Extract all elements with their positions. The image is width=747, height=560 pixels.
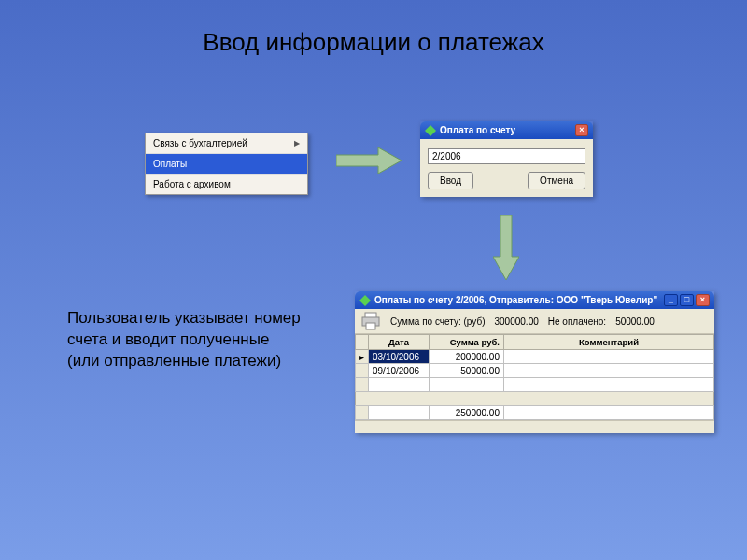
cell-comment[interactable]	[504, 364, 714, 378]
payments-grid[interactable]: Дата Сумма руб. Комментарий ▸ 03/10/2006…	[355, 334, 714, 420]
total-amount: 250000.00	[430, 406, 504, 420]
svg-marker-2	[493, 215, 519, 280]
svg-marker-3	[359, 295, 371, 306]
table-total-row: 250000.00	[356, 406, 714, 420]
slide-title: Ввод информации о платежах	[0, 28, 747, 57]
payment-input-dialog: Оплата по счету × Ввод Отмена	[420, 121, 593, 197]
context-menu: Связь с бухгалтерией ▶ Оплаты Работа с а…	[145, 133, 308, 195]
menu-item-label: Оплаты	[153, 159, 187, 169]
cell-comment[interactable]	[504, 350, 714, 364]
table-row[interactable]: ▸ 03/10/2006 200000.00	[356, 350, 714, 364]
print-icon[interactable]	[360, 312, 381, 330]
flow-arrow-right-icon	[336, 147, 402, 177]
row-indicator-icon: ▸	[356, 350, 369, 364]
dialog-title: Оплаты по счету 2/2006, Отправитель: ООО…	[374, 295, 657, 305]
submenu-arrow-icon: ▶	[294, 139, 300, 147]
column-header-date[interactable]: Дата	[369, 335, 430, 350]
dialog-toolbar: Сумма по счету: (руб) 300000.00 Не оплач…	[355, 309, 714, 334]
dialog-title: Оплата по счету	[440, 125, 515, 135]
column-header-amount[interactable]: Сумма руб.	[430, 335, 504, 350]
menu-item-payments[interactable]: Оплаты	[146, 154, 307, 175]
cell-amount[interactable]: 200000.00	[430, 350, 504, 364]
menu-item-label: Работа с архивом	[153, 179, 231, 189]
table-row[interactable]: 09/10/2006 50000.00	[356, 364, 714, 378]
close-icon[interactable]: ×	[696, 294, 710, 306]
cell-date[interactable]: 03/10/2006	[369, 350, 430, 364]
minimize-icon[interactable]: _	[664, 294, 678, 306]
svg-marker-0	[336, 147, 402, 174]
svg-marker-1	[425, 125, 436, 136]
payments-list-dialog: Оплаты по счету 2/2006, Отправитель: ООО…	[355, 291, 714, 433]
grid-gap	[356, 392, 714, 406]
dialog-titlebar: Оплаты по счету 2/2006, Отправитель: ООО…	[355, 291, 714, 309]
menu-item-accounting[interactable]: Связь с бухгалтерией ▶	[146, 133, 307, 154]
status-bar	[355, 420, 714, 433]
app-icon	[359, 295, 371, 306]
account-number-input[interactable]	[428, 148, 585, 164]
close-icon[interactable]: ×	[575, 124, 588, 136]
cancel-button[interactable]: Отмена	[528, 172, 585, 189]
svg-rect-6	[366, 323, 375, 329]
flow-arrow-down-icon	[493, 215, 519, 284]
app-icon	[425, 125, 436, 136]
submit-button[interactable]: Ввод	[428, 172, 473, 189]
summary-value: 300000.00	[494, 316, 538, 327]
menu-item-archive[interactable]: Работа с архивом	[146, 175, 307, 194]
row-indicator	[356, 364, 369, 378]
dialog-titlebar: Оплата по счету ×	[420, 121, 593, 139]
unpaid-value: 50000.00	[615, 316, 655, 327]
column-header-comment[interactable]: Комментарий	[504, 335, 714, 350]
cell-amount[interactable]: 50000.00	[430, 364, 504, 378]
maximize-icon[interactable]: □	[680, 294, 694, 306]
cell-date[interactable]: 09/10/2006	[369, 364, 430, 378]
table-row[interactable]	[356, 378, 714, 392]
menu-item-label: Связь с бухгалтерией	[153, 138, 247, 148]
row-header-corner	[356, 335, 369, 350]
summary-label: Сумма по счету: (руб)	[390, 316, 485, 327]
unpaid-label: Не оплачено:	[548, 316, 606, 327]
description-text: Пользователь указывает номер счета и вво…	[67, 308, 301, 372]
